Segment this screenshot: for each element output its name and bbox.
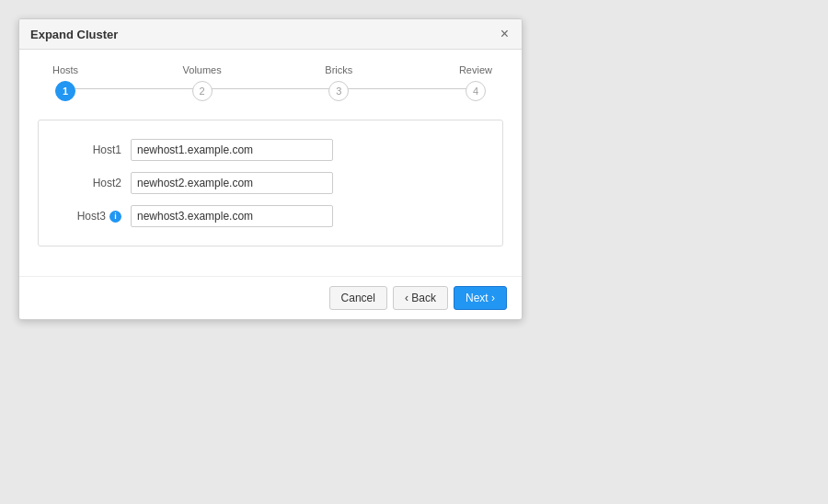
stepper: Hosts 1 Volumes 2 Bricks 3 Review 4: [38, 64, 503, 101]
modal-title: Expand Cluster: [30, 28, 118, 41]
host3-input[interactable]: [131, 205, 333, 227]
stepper-line: [75, 88, 466, 89]
step-bricks: Bricks 3: [311, 64, 366, 101]
modal-body: Hosts 1 Volumes 2 Bricks 3 Review 4: [19, 50, 522, 276]
step-review-circle: 4: [466, 81, 486, 101]
form-row-host2: Host2: [57, 172, 484, 194]
step-volumes-circle: 2: [192, 81, 213, 101]
form-row-host3: Host3 i: [57, 205, 484, 227]
host1-input[interactable]: [131, 139, 333, 161]
step-bricks-label: Bricks: [325, 64, 352, 75]
step-volumes-label: Volumes: [183, 64, 222, 75]
step-review: Review 4: [448, 64, 503, 101]
page-background: Expand Cluster × Hosts 1 Volumes 2 Brick…: [0, 0, 828, 504]
expand-cluster-modal: Expand Cluster × Hosts 1 Volumes 2 Brick…: [18, 18, 523, 320]
back-button[interactable]: ‹ Back: [393, 286, 448, 310]
hosts-form-section: Host1 Host2 Host3 i: [38, 120, 503, 246]
step-volumes: Volumes 2: [175, 64, 230, 101]
step-review-label: Review: [459, 64, 492, 75]
host1-label: Host1: [57, 143, 131, 156]
step-hosts: Hosts 1: [38, 64, 93, 101]
form-row-host1: Host1: [57, 139, 484, 161]
host2-label: Host2: [57, 177, 131, 189]
host3-info-icon[interactable]: i: [109, 211, 121, 223]
step-hosts-label: Hosts: [52, 64, 78, 75]
step-bricks-circle: 3: [328, 81, 349, 101]
next-button[interactable]: Next ›: [454, 286, 507, 310]
modal-header: Expand Cluster ×: [19, 19, 522, 50]
close-button[interactable]: ×: [499, 27, 511, 41]
cancel-button[interactable]: Cancel: [329, 286, 387, 310]
step-hosts-circle: 1: [55, 81, 75, 101]
modal-footer: Cancel ‹ Back Next ›: [19, 276, 522, 319]
host3-label: Host3 i: [57, 210, 131, 223]
host2-input[interactable]: [131, 172, 333, 194]
